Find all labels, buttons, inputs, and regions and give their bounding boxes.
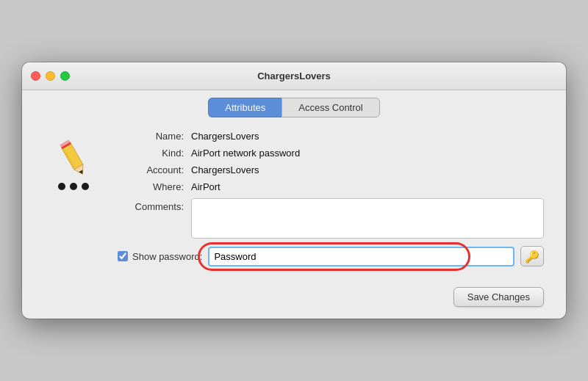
bottom-bar: Save Changes bbox=[22, 281, 566, 319]
icon-area bbox=[44, 131, 103, 266]
close-button[interactable] bbox=[31, 71, 40, 81]
save-changes-button[interactable]: Save Changes bbox=[453, 287, 544, 307]
account-row: Account: ChargersLovers bbox=[118, 164, 544, 175]
maximize-button[interactable] bbox=[60, 71, 70, 81]
dot-2 bbox=[70, 183, 77, 190]
traffic-lights bbox=[31, 71, 70, 81]
dot-3 bbox=[82, 183, 89, 190]
key-button[interactable]: 🔑 bbox=[520, 246, 544, 266]
kind-label: Kind: bbox=[118, 148, 184, 159]
name-row: Name: ChargersLovers bbox=[118, 131, 544, 142]
password-input-wrapper bbox=[208, 247, 514, 266]
name-label: Name: bbox=[118, 131, 184, 142]
comments-field[interactable] bbox=[191, 198, 544, 239]
comments-row: Comments: bbox=[118, 198, 544, 239]
form-area: Name: ChargersLovers Kind: AirPort netwo… bbox=[118, 131, 544, 266]
pencil-icon bbox=[46, 131, 101, 186]
dot-1 bbox=[58, 183, 65, 190]
app-window: ChargersLovers Attributes Access Control bbox=[22, 62, 566, 319]
dots-row bbox=[58, 183, 89, 190]
password-row: Show password: 🔑 bbox=[118, 246, 544, 266]
name-value: ChargersLovers bbox=[191, 131, 544, 142]
titlebar: ChargersLovers bbox=[22, 62, 566, 90]
comments-label: Comments: bbox=[118, 198, 184, 212]
password-input[interactable] bbox=[208, 247, 514, 266]
show-password-checkbox[interactable] bbox=[118, 251, 128, 261]
where-row: Where: AirPort bbox=[118, 181, 544, 192]
where-label: Where: bbox=[118, 181, 184, 192]
tabs-bar: Attributes Access Control bbox=[22, 90, 566, 117]
window-title: ChargersLovers bbox=[257, 70, 331, 81]
main-content: Name: ChargersLovers Kind: AirPort netwo… bbox=[22, 117, 566, 281]
kind-row: Kind: AirPort network password bbox=[118, 148, 544, 159]
where-value: AirPort bbox=[191, 181, 544, 192]
show-password-area: Show password: bbox=[118, 251, 202, 262]
kind-value: AirPort network password bbox=[191, 148, 544, 159]
account-label: Account: bbox=[118, 164, 184, 175]
tab-access-control[interactable]: Access Control bbox=[282, 98, 379, 117]
show-password-label: Show password: bbox=[132, 251, 202, 262]
account-value: ChargersLovers bbox=[191, 164, 544, 175]
tab-attributes[interactable]: Attributes bbox=[208, 98, 282, 117]
minimize-button[interactable] bbox=[46, 71, 55, 81]
key-icon: 🔑 bbox=[525, 250, 539, 264]
